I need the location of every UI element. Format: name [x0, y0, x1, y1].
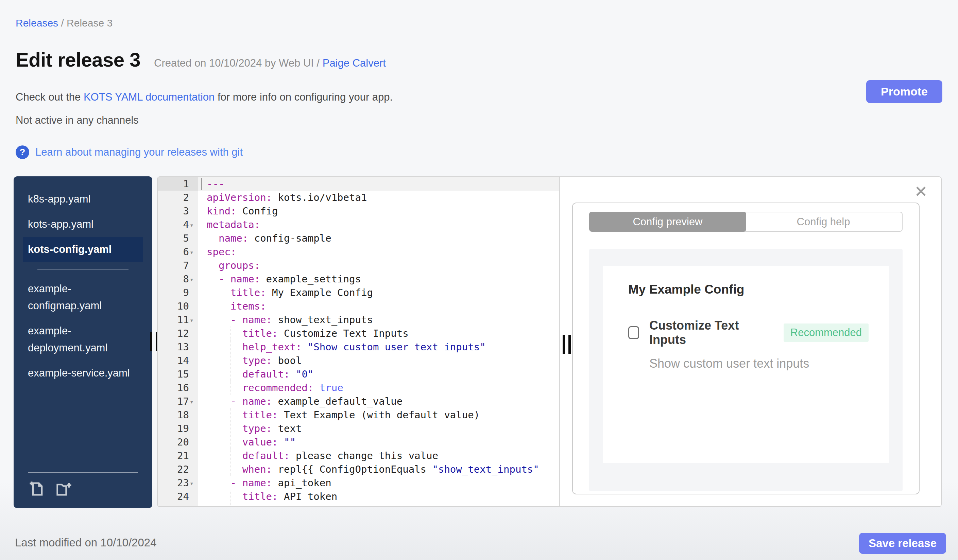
file-list: k8s-app.yamlkots-app.yamlkots-config.yam…: [23, 187, 143, 386]
page-title: Edit release 3: [16, 48, 140, 71]
code-line-23[interactable]: - name: api_token: [198, 476, 559, 490]
code-line-14[interactable]: type: bool: [198, 354, 559, 367]
config-item-label: Customize Text Inputs: [649, 318, 776, 347]
title-row: Edit release 3 Created on 10/10/2024 by …: [16, 48, 386, 71]
code-line-7[interactable]: groups:: [198, 259, 559, 272]
gutter-line-14: 14: [158, 354, 198, 367]
code-line-8[interactable]: - name: example_settings: [198, 272, 559, 286]
code-line-9[interactable]: title: My Example Config: [198, 286, 559, 299]
code-line-12[interactable]: title: Customize Text Inputs: [198, 327, 559, 340]
add-folder-icon[interactable]: [55, 480, 73, 498]
indent-guide: [230, 408, 231, 422]
code-line-17[interactable]: - name: example_default_value: [198, 394, 559, 408]
gutter-line-18: 18: [158, 408, 198, 422]
author-link[interactable]: Paige Calvert: [323, 57, 386, 69]
preview-tabs: Config previewConfig help: [589, 212, 902, 232]
release-editor: 1234▾56▾78▾91011▾121314151617▾1819202122…: [157, 176, 942, 507]
gutter-line-17: 17▾: [158, 394, 198, 408]
code-line-4[interactable]: metadata:: [198, 218, 559, 231]
fold-arrow-icon[interactable]: ▾: [190, 245, 194, 259]
gutter-line-20: 20: [158, 435, 198, 449]
fold-arrow-icon[interactable]: ▾: [190, 395, 194, 408]
fold-arrow-icon[interactable]: ▾: [190, 476, 194, 490]
code-line-2[interactable]: apiVersion: kots.io/v1beta1: [198, 191, 559, 204]
code-line-10[interactable]: items:: [198, 299, 559, 313]
gutter-line-5: 5: [158, 231, 198, 245]
editor-gutter: 1234▾56▾78▾91011▾121314151617▾1819202122…: [158, 177, 198, 506]
created-text: Created on 10/10/2024 by Web UI /: [154, 57, 320, 69]
gutter-line-19: 19: [158, 422, 198, 435]
code-line-20[interactable]: value: "": [198, 435, 559, 449]
kots-yaml-doc-link[interactable]: KOTS YAML documentation: [84, 91, 214, 103]
file-sidebar: k8s-app.yamlkots-app.yamlkots-config.yam…: [14, 176, 152, 508]
code-line-11[interactable]: - name: show_text_inputs: [198, 313, 559, 327]
close-icon[interactable]: [915, 185, 927, 198]
code-line-25[interactable]: type: password: [198, 503, 559, 506]
code-line-15[interactable]: default: "0": [198, 367, 559, 381]
file-list-divider: [37, 269, 128, 269]
channel-status: Not active in any channels: [16, 113, 139, 128]
breadcrumb-releases-link[interactable]: Releases: [16, 17, 58, 28]
file-item-kots-config.yaml[interactable]: kots-config.yaml: [23, 237, 143, 262]
gutter-line-3: 3: [158, 204, 198, 218]
yaml-code-area[interactable]: ---apiVersion: kots.io/v1beta1kind: Conf…: [198, 177, 559, 506]
indent-guide: [230, 381, 231, 394]
indent-guide: [230, 327, 231, 340]
indent-guide: [230, 462, 231, 476]
save-release-button[interactable]: Save release: [859, 533, 946, 554]
file-item-k8s-app.yaml[interactable]: k8s-app.yaml: [23, 187, 143, 212]
file-item-example-deployment.yaml[interactable]: example-deployment.yaml: [23, 318, 143, 361]
code-line-22[interactable]: when: repl{{ ConfigOptionEquals "show_te…: [198, 462, 559, 476]
config-item-help-text: Show custom user text inputs: [649, 356, 869, 371]
indent-guide: [230, 340, 231, 354]
indent-guide: [230, 422, 231, 435]
tab-config-help[interactable]: Config help: [744, 212, 902, 232]
config-preview-panel: Config previewConfig help My Example Con…: [560, 177, 941, 506]
text-cursor: [201, 178, 202, 190]
preview-body: My Example Config Customize Text Inputs …: [589, 249, 902, 491]
code-line-21[interactable]: default: please change this value: [198, 449, 559, 462]
gutter-line-7: 7: [158, 259, 198, 272]
promote-button[interactable]: Promote: [866, 80, 942, 103]
code-line-5[interactable]: name: config-sample: [198, 231, 559, 245]
customize-text-inputs-checkbox[interactable]: [628, 326, 639, 339]
config-preview-card: Config previewConfig help My Example Con…: [572, 202, 920, 494]
file-item-kots-app.yaml[interactable]: kots-app.yaml: [23, 212, 143, 237]
gutter-line-1: 1: [158, 177, 198, 191]
recommended-badge: Recommended: [784, 323, 869, 342]
code-line-6[interactable]: spec:: [198, 245, 559, 259]
gutter-line-16: 16: [158, 381, 198, 394]
gutter-line-23: 23▾: [158, 476, 198, 490]
code-line-19[interactable]: type: text: [198, 422, 559, 435]
code-line-24[interactable]: title: API token: [198, 490, 559, 503]
fold-arrow-icon[interactable]: ▾: [190, 272, 194, 286]
code-line-13[interactable]: help_text: "Show custom user text inputs…: [198, 340, 559, 354]
doc-row: Check out the KOTS YAML documentation fo…: [16, 90, 393, 104]
sidebar-footer: [28, 472, 138, 508]
question-circle-icon: ?: [16, 146, 29, 159]
code-line-3[interactable]: kind: Config: [198, 204, 559, 218]
last-modified-text: Last modified on 10/10/2024: [15, 536, 156, 549]
tab-config-preview[interactable]: Config preview: [589, 212, 746, 232]
code-line-1[interactable]: ---: [198, 177, 559, 191]
file-item-example-configmap.yaml[interactable]: example-configmap.yaml: [23, 276, 143, 318]
git-help-link[interactable]: Learn about managing your releases with …: [35, 146, 243, 158]
code-line-16[interactable]: recommended: true: [198, 381, 559, 394]
indent-guide: [230, 503, 231, 506]
file-item-example-service.yaml[interactable]: example-service.yaml: [23, 361, 143, 386]
gutter-line-11: 11▾: [158, 313, 198, 327]
breadcrumb: Releases / Release 3: [16, 16, 113, 30]
git-help-row[interactable]: ? Learn about managing your releases wit…: [16, 146, 243, 159]
fold-arrow-icon[interactable]: ▾: [190, 313, 194, 327]
gutter-line-24: 24: [158, 490, 198, 503]
gutter-line-6: 6▾: [158, 245, 198, 259]
doc-suffix: for more info on configuring your app.: [214, 91, 393, 103]
breadcrumb-current: Release 3: [67, 17, 113, 28]
editor-resize-handle[interactable]: [563, 335, 571, 354]
indent-guide: [230, 490, 231, 503]
add-file-icon[interactable]: [28, 480, 46, 498]
code-line-18[interactable]: title: Text Example (with default value): [198, 408, 559, 422]
fold-arrow-icon[interactable]: ▾: [190, 218, 194, 232]
doc-prefix: Check out the: [16, 91, 84, 103]
gutter-line-9: 9: [158, 286, 198, 299]
